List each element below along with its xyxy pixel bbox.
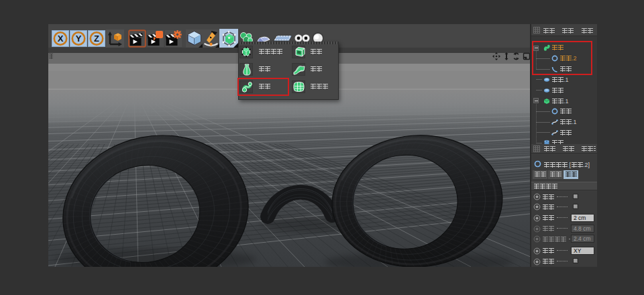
svg-text:X: X	[58, 34, 64, 44]
svg-text:Y: Y	[76, 34, 82, 44]
svg-text:Z: Z	[94, 34, 99, 44]
